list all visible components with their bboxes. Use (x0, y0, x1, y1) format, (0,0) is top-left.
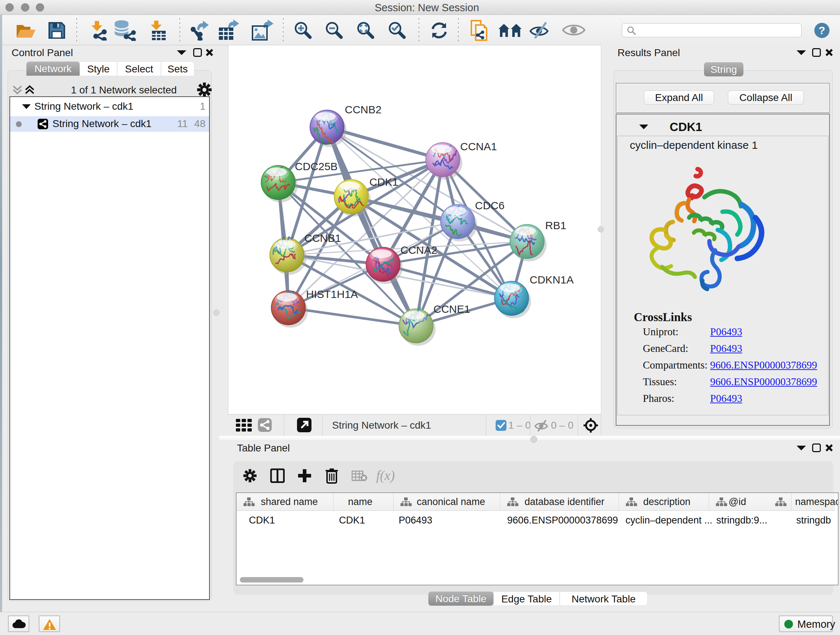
svg-text:RB1: RB1 (545, 219, 566, 231)
svg-text:CDKN1A: CDKN1A (530, 274, 574, 286)
svg-text:CDK1: CDK1 (369, 176, 398, 188)
svg-text:CCNA2: CCNA2 (401, 244, 437, 256)
svg-text:HIST1H1A: HIST1H1A (306, 288, 358, 300)
svg-text:CDC6: CDC6 (475, 200, 505, 211)
svg-text:CDC25B: CDC25B (295, 160, 338, 172)
svg-text:CCNE1: CCNE1 (433, 303, 470, 315)
svg-text:CCNA1: CCNA1 (460, 141, 497, 152)
svg-text:CCNB1: CCNB1 (304, 232, 341, 244)
svg-text:CCNB2: CCNB2 (345, 103, 382, 116)
